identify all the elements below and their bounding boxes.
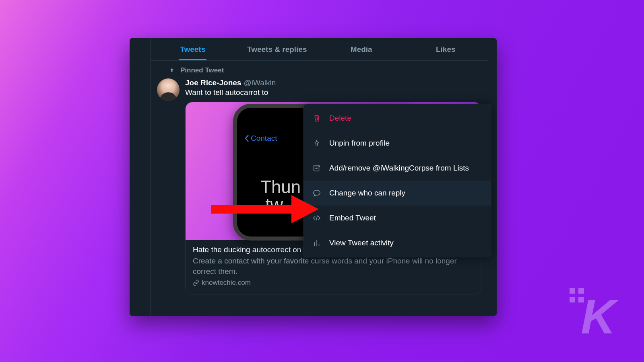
pin-icon [312, 139, 321, 148]
menu-label: Embed Tweet [329, 214, 376, 222]
menu-add-remove-lists[interactable]: Add/remove @iWalkingCorpse from Lists [303, 156, 491, 181]
menu-embed[interactable]: Embed Tweet [303, 206, 491, 230]
pinned-label: Pinned Tweet [180, 66, 224, 74]
menu-label: Unpin from profile [329, 139, 390, 148]
link-icon [193, 280, 199, 286]
tweet-text: Want to tell autocarrot to [185, 88, 481, 97]
menu-delete[interactable]: Delete [303, 106, 491, 131]
feed: Pinned Tweet Joe Rice-Jones @iWalkin Wan… [151, 61, 488, 316]
main-column: Tweets Tweets & replies Media Likes Pinn… [151, 38, 488, 316]
card-desc: Create a contact with your favorite curs… [193, 256, 474, 276]
tab-media[interactable]: Media [319, 38, 404, 60]
tweet-context-menu: Delete Unpin from profile Add/remove @iW… [303, 104, 491, 257]
annotation-arrow [211, 192, 320, 226]
brand-logo: K [581, 289, 613, 344]
author-handle[interactable]: @iWalkin [244, 78, 276, 87]
card-link: knowtechie.com [193, 279, 474, 287]
trash-icon [312, 114, 321, 123]
menu-label: Add/remove @iWalkingCorpse from Lists [329, 164, 469, 173]
svg-rect-0 [314, 165, 319, 171]
menu-label: View Tweet activity [329, 239, 394, 247]
chevron-left-icon [244, 134, 249, 142]
svg-rect-1 [211, 205, 291, 214]
menu-label: Change who can reply [329, 189, 405, 197]
svg-marker-2 [291, 195, 319, 223]
avatar[interactable] [157, 78, 180, 101]
tab-tweets-replies[interactable]: Tweets & replies [235, 38, 320, 60]
phone-back-label: Contact [251, 134, 277, 143]
tab-tweets[interactable]: Tweets [151, 38, 235, 60]
tab-likes[interactable]: Likes [404, 38, 488, 60]
menu-change-reply[interactable]: Change who can reply [303, 181, 491, 206]
author-name[interactable]: Joe Rice-Jones [185, 78, 241, 87]
pinned-label-row: Pinned Tweet [157, 61, 481, 77]
menu-activity[interactable]: View Tweet activity [303, 230, 491, 255]
profile-tabs: Tweets Tweets & replies Media Likes [151, 38, 488, 61]
pin-icon [168, 67, 175, 74]
menu-unpin[interactable]: Unpin from profile [303, 131, 491, 156]
list-icon [312, 164, 321, 173]
side-rail [130, 38, 151, 316]
twitter-screenshot: Tweets Tweets & replies Media Likes Pinn… [130, 38, 497, 316]
bars-icon [312, 239, 321, 247]
menu-label: Delete [329, 114, 351, 123]
